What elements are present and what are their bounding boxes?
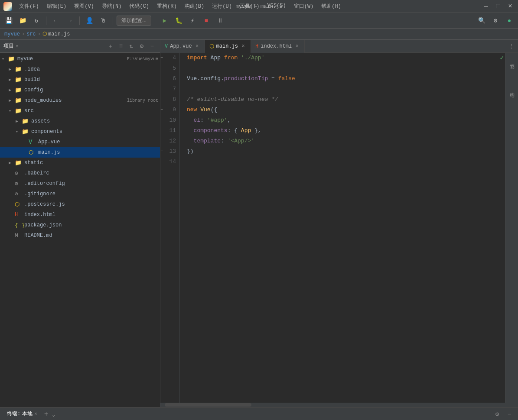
stop-button[interactable]: ■ — [200, 15, 212, 27]
run-button[interactable]: ▶ — [159, 15, 171, 27]
code-line-12: template: '<App/>' — [187, 136, 505, 146]
tree-item-postcssrc[interactable]: ▶ ⬡ .postcssrc.js — [0, 199, 160, 210]
tab-main-js[interactable]: ⬡ main.js × — [205, 40, 251, 53]
horizontal-scrollbar[interactable] — [160, 403, 518, 407]
breadcrumb-myvue[interactable]: myvue — [4, 31, 20, 37]
toolbar-sep-4 — [155, 16, 155, 25]
save-all-button[interactable]: 💾 — [3, 15, 15, 27]
code-line-11: components: { App }, — [187, 126, 505, 136]
pause-button[interactable]: ⏸ — [214, 15, 226, 27]
code-content[interactable]: import App from './App' Vue.config.produ… — [180, 53, 505, 403]
forward-button[interactable]: → — [64, 15, 76, 27]
tree-item-app-vue[interactable]: ▶ V App.vue — [0, 137, 160, 147]
toolbar-right-icons: 🔍 ⚙ ● — [476, 15, 515, 27]
line-4: − 4 — [164, 53, 176, 63]
terminal-settings-icon[interactable]: ⚙ — [492, 409, 502, 420]
user-settings-button[interactable]: 👤 — [83, 15, 95, 27]
debug-button[interactable]: 🐛 — [173, 15, 185, 27]
sidebar: 项目 ▾ ＋ ≡ ⇅ ⚙ − ▾ 📁 myvue E:\Vue\myvue ▶ … — [0, 40, 160, 407]
breadcrumb-src[interactable]: src — [26, 31, 36, 37]
toolbar: 💾 📁 ↻ ← → 👤 🖱 添加配置... ▶ 🐛 ⚡ ■ ⏸ 🔍 ⚙ ● — [0, 13, 518, 29]
menu-edit[interactable]: 编辑(E) — [43, 2, 70, 11]
tree-item-readme[interactable]: ▶ M README.md — [0, 230, 160, 241]
tree-item-src[interactable]: ▾ 📁 src — [0, 106, 160, 116]
logo-icon[interactable]: ● — [503, 15, 515, 27]
tree-item-static[interactable]: ▶ 📁 static — [0, 158, 160, 168]
toolbar-sep-1 — [46, 16, 46, 25]
tree-item-package-json[interactable]: ▶ { } package.json — [0, 220, 160, 230]
scrollbar-thumb[interactable] — [165, 403, 251, 407]
tab-index-html[interactable]: H index.html × — [251, 40, 305, 53]
tree-item-components[interactable]: ▾ 📁 components — [0, 126, 160, 137]
sync-button[interactable]: ↻ — [30, 15, 42, 27]
tree-item-assets[interactable]: ▶ 📁 assets — [0, 116, 160, 126]
line-9: − 9 — [164, 105, 176, 115]
terminal-add-button[interactable]: + — [42, 410, 50, 418]
terminal-chevron-icon[interactable]: ⌄ — [52, 410, 55, 418]
run-coverage-button[interactable]: ⚡ — [186, 15, 199, 27]
menu-file[interactable]: 文件(F) — [16, 2, 42, 11]
add-config-button[interactable]: 添加配置... — [117, 16, 151, 26]
tree-item-node-modules[interactable]: ▶ 📁 node_modules library root — [0, 95, 160, 106]
menu-nav[interactable]: 导航(N) — [98, 2, 125, 11]
maximize-button[interactable]: □ — [494, 3, 502, 10]
menu-refactor[interactable]: 重构(R) — [153, 2, 180, 11]
tree-item-build[interactable]: ▶ 📁 build — [0, 74, 160, 85]
tree-item-editorconfig[interactable]: ▶ ⚙ .editorconfig — [0, 178, 160, 189]
terminal-tab-close[interactable]: × — [34, 411, 37, 417]
tab-index-html-icon: H — [255, 43, 258, 49]
minimize-sidebar-icon[interactable]: − — [148, 42, 156, 51]
tree-item-idea[interactable]: ▶ 📁 .idea — [0, 64, 160, 74]
tree-item-myvue[interactable]: ▾ 📁 myvue E:\Vue\myvue — [0, 54, 160, 64]
title-bar: 文件(F) 编辑(E) 视图(V) 导航(N) 代码(C) 重构(R) 构建(B… — [0, 0, 518, 13]
menu-build[interactable]: 构建(B) — [181, 2, 208, 11]
tree-item-main-js[interactable]: ▶ ⬡ main.js — [0, 147, 160, 158]
tab-index-html-close[interactable]: × — [294, 43, 300, 49]
code-line-10: el: '#app', — [187, 115, 505, 126]
tree-item-gitignore[interactable]: ▶ ⊘ .gitignore — [0, 189, 160, 199]
menu-help[interactable]: 帮助(H) — [318, 2, 345, 11]
window-title: myvue – main.js — [235, 3, 282, 10]
code-editor[interactable]: − 4 5 6 7 8 − 9 10 11 12 − 13 14 — [160, 53, 518, 403]
editor-tabs: V App.vue × ⬡ main.js × H index.html × ⋮ — [160, 40, 518, 53]
settings-icon[interactable]: ⚙ — [489, 15, 502, 27]
add-file-icon[interactable]: ＋ — [106, 42, 115, 51]
code-line-5 — [187, 63, 505, 74]
menu-run[interactable]: 运行(U) — [209, 2, 235, 11]
search-icon[interactable]: 🔍 — [476, 15, 488, 27]
tree-item-index-html[interactable]: ▶ H index.html — [0, 210, 160, 220]
minimize-button[interactable]: — — [482, 3, 490, 10]
fold-marker-4[interactable]: − — [160, 53, 163, 63]
file-tree: ▾ 📁 myvue E:\Vue\myvue ▶ 📁 .idea ▶ 📁 bui… — [0, 53, 160, 407]
menu-code[interactable]: 代码(C) — [126, 2, 153, 11]
tree-item-babelrc[interactable]: ▶ ⚙ .babelrc — [0, 168, 160, 178]
tab-app-vue[interactable]: V App.vue × — [160, 40, 205, 53]
tab-app-vue-close[interactable]: × — [194, 43, 200, 49]
tabs-more-icon[interactable]: ⋮ — [505, 42, 518, 50]
expand-all-icon[interactable]: ≡ — [117, 42, 125, 51]
fold-marker-9[interactable]: − — [160, 105, 163, 115]
app-icon — [3, 2, 12, 11]
back-button[interactable]: ← — [50, 15, 62, 27]
close-button[interactable]: × — [506, 3, 515, 10]
menu-window[interactable]: 窗口(W) — [290, 2, 317, 11]
tab-main-js-icon: ⬡ — [209, 43, 214, 50]
line-11: 11 — [164, 126, 176, 136]
cursor-button[interactable]: 🖱 — [97, 15, 109, 27]
tab-main-js-close[interactable]: × — [240, 43, 246, 49]
checkmark-icon: ✓ — [500, 53, 504, 63]
breadcrumb-filename[interactable]: main.js — [48, 31, 70, 37]
project-dropdown-icon[interactable]: ▾ — [16, 43, 19, 49]
collapse-all-icon[interactable]: ⇅ — [127, 42, 136, 51]
open-file-button[interactable]: 📁 — [16, 15, 29, 27]
tree-item-config[interactable]: ▶ 📁 config — [0, 85, 160, 95]
right-panel-icon-2[interactable]: 结构 — [506, 83, 518, 94]
settings-icon[interactable]: ⚙ — [137, 42, 146, 51]
terminal-tab-local[interactable]: 终端: 本地 × — [3, 408, 41, 420]
breadcrumb-sep-1: › — [22, 31, 25, 37]
menu-view[interactable]: 视图(V) — [71, 2, 98, 11]
bottom-panel: 终端: 本地 × + ⌄ ⚙ − PS E:\Vue\myvue> cnpm i… — [0, 407, 518, 420]
right-panel-icon-1[interactable]: 书签 — [506, 55, 518, 66]
terminal-minimize-icon[interactable]: − — [504, 409, 515, 420]
fold-marker-13[interactable]: − — [160, 146, 163, 157]
